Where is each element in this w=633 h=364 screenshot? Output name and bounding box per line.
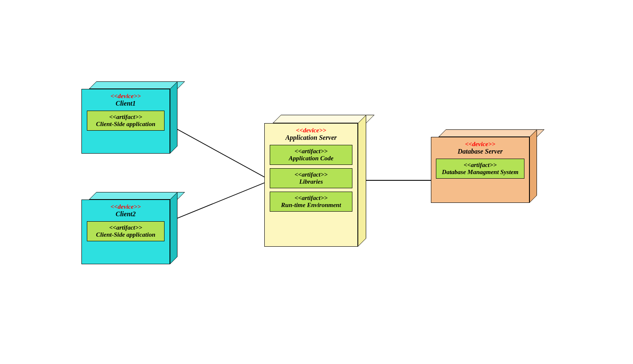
appserver-stereotype: <<device>> — [269, 127, 353, 134]
client1-stereotype: <<device>> — [86, 93, 165, 100]
appserver-artifact-0: <<artifact>> Application Code — [270, 145, 352, 165]
svg-line-1 — [170, 183, 264, 221]
appserver-artifact-1-stereo: <<artifact>> — [274, 171, 348, 178]
dbserver-artifact-0: <<artifact>> Database Managment System — [436, 159, 524, 179]
appserver-artifact-2-title: Run-time Environment — [274, 202, 348, 209]
dbserver-artifact-0-title: Database Managment System — [441, 169, 520, 176]
svg-line-0 — [170, 125, 264, 177]
dbserver-stereotype: <<device>> — [436, 141, 525, 148]
appserver-title: Application Server — [269, 134, 353, 142]
client2-artifact-0-stereo: <<artifact>> — [91, 224, 160, 231]
client2-stereotype: <<device>> — [86, 203, 165, 210]
client1-artifact-0: <<artifact>> Client-Side application — [87, 111, 165, 131]
client1-artifact-0-title: Client-Side application — [91, 121, 160, 128]
appserver-artifact-2: <<artifact>> Run-time Environment — [270, 192, 352, 212]
appserver-artifact-0-title: Application Code — [274, 155, 348, 162]
deployment-diagram: <<device>> Client1 <<artifact>> Client-S… — [0, 0, 633, 364]
dbserver-title: Database Server — [436, 148, 525, 155]
client2-artifact-0-title: Client-Side application — [91, 231, 160, 238]
appserver-artifact-0-stereo: <<artifact>> — [274, 148, 348, 155]
client1-artifact-0-stereo: <<artifact>> — [91, 114, 160, 121]
appserver-artifact-1: <<artifact>> Libraries — [270, 168, 352, 188]
client1-title: Client1 — [86, 100, 165, 107]
client2-title: Client2 — [86, 210, 165, 218]
dbserver-artifact-0-stereo: <<artifact>> — [441, 162, 520, 169]
appserver-artifact-2-stereo: <<artifact>> — [274, 195, 348, 202]
client2-artifact-0: <<artifact>> Client-Side application — [87, 221, 165, 241]
appserver-artifact-1-title: Libraries — [274, 178, 348, 185]
